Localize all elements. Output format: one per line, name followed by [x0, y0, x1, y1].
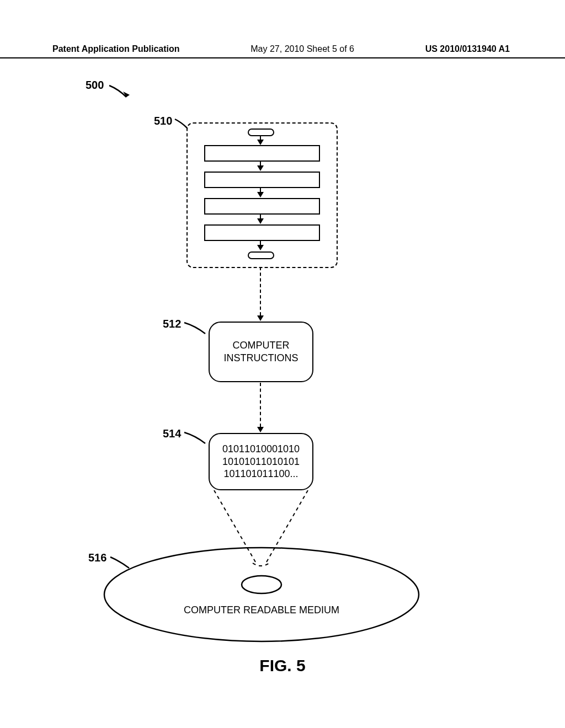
- svg-marker-0: [123, 92, 130, 97]
- flow-step-3: [204, 198, 320, 215]
- flow-arrow-5: [257, 245, 264, 250]
- ref-510: 510: [154, 115, 172, 127]
- header-date-sheet: May 27, 2010 Sheet 5 of 6: [250, 44, 354, 54]
- svg-point-4: [242, 576, 281, 593]
- leader-512: [183, 322, 210, 338]
- flow-arrow-2: [257, 165, 264, 171]
- arrow-510-512: [257, 315, 264, 321]
- header-publication: Patent Application Publication: [52, 44, 180, 54]
- flow-start-terminator: [248, 129, 274, 136]
- binary-line-2: 10101011010101: [222, 456, 300, 468]
- arrow-512-514: [257, 427, 264, 432]
- binary-line-3: 101101011100...: [223, 468, 298, 480]
- leader-500: [108, 84, 135, 104]
- disc-shape: [102, 545, 422, 644]
- disc-label: COMPUTER READABLE MEDIUM: [102, 604, 422, 616]
- flow-step-2: [204, 172, 320, 188]
- flow-arrow-3: [257, 192, 264, 197]
- figure-caption: FIG. 5: [0, 656, 565, 675]
- page-header: Patent Application Publication May 27, 2…: [0, 44, 565, 58]
- flow-end-terminator: [248, 251, 274, 259]
- ref-514: 514: [163, 427, 181, 440]
- flow-arrow-4: [257, 218, 264, 224]
- connector-510-512: [260, 267, 262, 315]
- computer-instructions-text: COMPUTER INSTRUCTIONS: [224, 339, 299, 365]
- connector-512-514: [260, 383, 262, 427]
- computer-readable-medium-disc: COMPUTER READABLE MEDIUM: [102, 545, 422, 644]
- binary-line-1: 01011010001010: [222, 443, 300, 456]
- binary-data-box: 01011010001010 10101011010101 1011010111…: [209, 433, 313, 490]
- flow-arrow-1: [257, 140, 264, 145]
- ref-500: 500: [86, 79, 104, 92]
- header-pubnum: US 2010/0131940 A1: [425, 44, 510, 54]
- svg-point-3: [104, 548, 419, 641]
- computer-instructions-box: COMPUTER INSTRUCTIONS: [209, 322, 313, 382]
- leader-514: [183, 431, 210, 448]
- ref-512: 512: [163, 318, 181, 330]
- patent-drawing-page: Patent Application Publication May 27, 2…: [0, 0, 565, 728]
- flow-step-1: [204, 145, 320, 162]
- flow-step-4: [204, 224, 320, 241]
